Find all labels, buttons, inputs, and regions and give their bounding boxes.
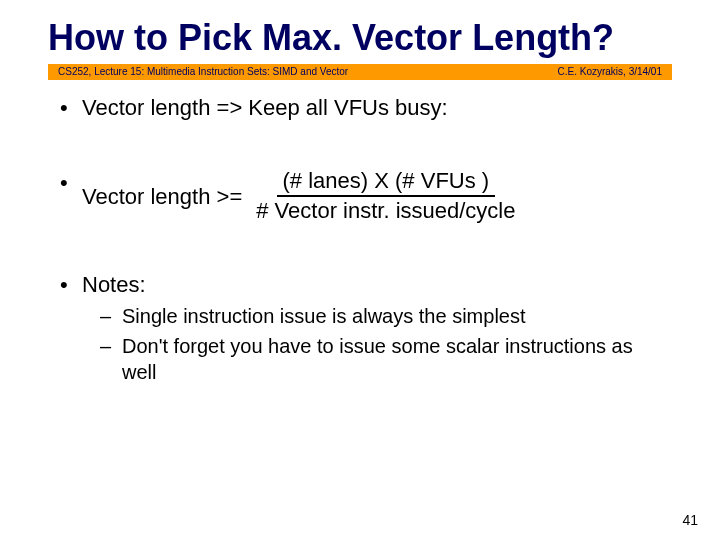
formula-row: Vector length >= (# lanes) X (# VFUs ) #… (82, 169, 672, 223)
bullet-2-lead: Vector length >= (82, 183, 242, 211)
header-bar-left: CS252, Lecture 15: Multimedia Instructio… (58, 66, 348, 77)
formula-numerator: (# lanes) X (# VFUs ) (277, 169, 496, 197)
slide-body: Vector length => Keep all VFUs busy: Vec… (0, 80, 720, 385)
slide: How to Pick Max. Vector Length? CS252, L… (0, 0, 720, 540)
note-2-text: Don't forget you have to issue some scal… (122, 335, 633, 383)
bullet-1-text: Vector length => Keep all VFUs busy: (82, 95, 448, 120)
note-2: Don't forget you have to issue some scal… (94, 333, 672, 385)
bullet-1: Vector length => Keep all VFUs busy: (56, 94, 672, 122)
bullet-3-text: Notes: (82, 272, 146, 297)
formula-fraction: (# lanes) X (# VFUs ) # Vector instr. is… (250, 169, 521, 223)
note-1: Single instruction issue is always the s… (94, 303, 672, 329)
bullet-list: Vector length => Keep all VFUs busy: Vec… (56, 94, 672, 385)
bullet-3: Notes: Single instruction issue is alway… (56, 271, 672, 385)
formula-denominator: # Vector instr. issued/cycle (250, 197, 521, 223)
header-bar: CS252, Lecture 15: Multimedia Instructio… (48, 64, 672, 80)
notes-sublist: Single instruction issue is always the s… (82, 303, 672, 385)
note-1-text: Single instruction issue is always the s… (122, 305, 526, 327)
header-bar-right: C.E. Kozyrakis, 3/14/01 (558, 66, 663, 77)
slide-title: How to Pick Max. Vector Length? (0, 0, 720, 64)
bullet-2: Vector length >= (# lanes) X (# VFUs ) #… (56, 169, 672, 223)
page-number: 41 (682, 512, 698, 528)
